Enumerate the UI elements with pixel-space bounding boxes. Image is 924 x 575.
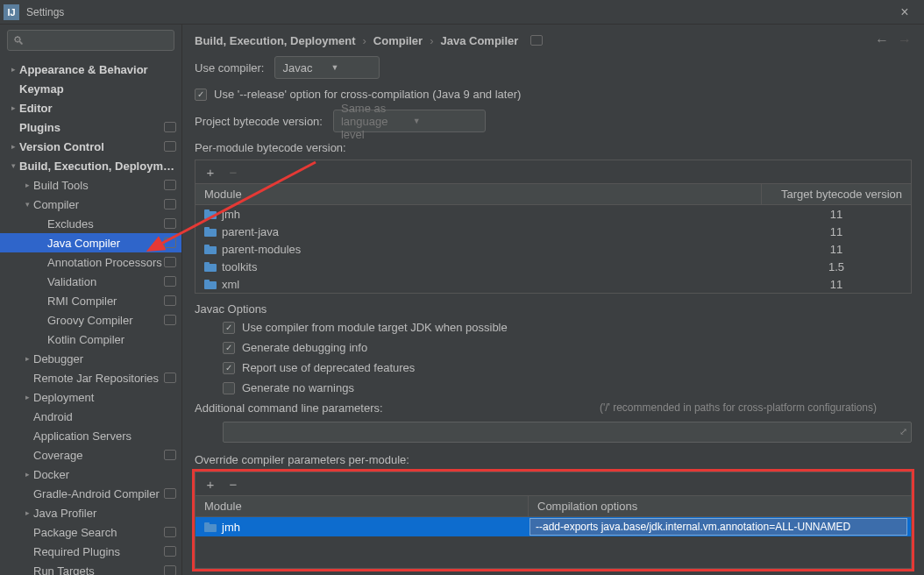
project-bytecode-select[interactable]: Same as language level ▼ bbox=[333, 110, 486, 132]
module-table: + − Module Target bytecode version jmh11… bbox=[195, 160, 912, 294]
target-version[interactable]: 11 bbox=[762, 243, 911, 256]
sidebar-item-rmi-compiler[interactable]: RMI Compiler bbox=[0, 291, 181, 310]
sidebar-item-label: Java Profiler bbox=[33, 507, 176, 520]
chevron-right-icon: ▸ bbox=[21, 181, 33, 189]
opt3-label: Report use of deprecated features bbox=[242, 361, 415, 374]
sidebar-item-deployment[interactable]: ▸Deployment bbox=[0, 387, 181, 407]
project-badge-icon bbox=[164, 546, 176, 557]
table-row[interactable]: jmh11 bbox=[195, 205, 911, 223]
use-compiler-label: Use compiler: bbox=[195, 61, 264, 75]
sidebar-item-java-compiler[interactable]: Java Compiler bbox=[0, 233, 181, 252]
sidebar-item-docker[interactable]: ▸Docker bbox=[0, 465, 181, 484]
sidebar-item-groovy-compiler[interactable]: Groovy Compiler bbox=[0, 310, 181, 330]
opt4-checkbox[interactable] bbox=[223, 382, 235, 394]
module-name: parent-modules bbox=[222, 243, 301, 256]
search-input[interactable]: 🔍︎ bbox=[7, 30, 174, 51]
target-version[interactable]: 11 bbox=[762, 225, 911, 238]
sidebar-item-required-plugins[interactable]: Required Plugins bbox=[0, 542, 181, 561]
sidebar-item-plugins[interactable]: Plugins bbox=[0, 117, 181, 137]
chevron-down-icon: ▾ bbox=[21, 200, 33, 209]
chevron-down-icon: ▼ bbox=[413, 117, 478, 125]
override-module-header: Module bbox=[195, 496, 529, 516]
opt2-label: Generate debugging info bbox=[242, 341, 367, 354]
sidebar-item-build-tools[interactable]: ▸Build Tools bbox=[0, 175, 181, 195]
sidebar-item-label: Keymap bbox=[19, 82, 176, 96]
project-badge-icon bbox=[164, 527, 176, 537]
settings-tree[interactable]: ▸Appearance & BehaviorKeymap▸EditorPlugi… bbox=[0, 56, 181, 575]
chevron-right-icon: ▸ bbox=[7, 103, 19, 112]
javac-heading: Javac Options bbox=[195, 302, 912, 316]
sidebar-item-gradle-android-compiler[interactable]: Gradle-Android Compiler bbox=[0, 484, 181, 503]
project-badge-icon bbox=[164, 180, 176, 190]
sidebar-item-label: Editor bbox=[19, 102, 176, 115]
sidebar-item-excludes[interactable]: Excludes bbox=[0, 214, 181, 233]
module-header: Module bbox=[195, 184, 762, 204]
remove-override-button[interactable]: − bbox=[225, 476, 241, 492]
module-name: xml bbox=[222, 278, 239, 291]
close-button[interactable]: × bbox=[889, 4, 920, 20]
sidebar-item-annotation-processors[interactable]: Annotation Processors bbox=[0, 252, 181, 272]
folder-icon bbox=[204, 227, 217, 237]
nav-back-button[interactable]: ← bbox=[875, 32, 889, 48]
sidebar-item-keymap[interactable]: Keymap bbox=[0, 79, 181, 98]
add-module-button[interactable]: + bbox=[203, 164, 218, 180]
sidebar-item-label: Android bbox=[33, 410, 176, 423]
opt2-checkbox[interactable] bbox=[223, 342, 235, 354]
nav-forward-button[interactable]: → bbox=[898, 32, 912, 48]
remove-module-button[interactable]: − bbox=[225, 164, 241, 180]
add-override-button[interactable]: + bbox=[203, 476, 218, 492]
override-opts-input[interactable] bbox=[530, 518, 907, 536]
sidebar-item-android[interactable]: Android bbox=[0, 407, 181, 426]
sidebar-item-label: Required Plugins bbox=[33, 545, 164, 558]
project-badge-icon bbox=[164, 199, 176, 209]
target-header: Target bytecode version bbox=[762, 184, 911, 204]
crumb-2[interactable]: Java Compiler bbox=[441, 34, 519, 47]
target-version[interactable]: 1.5 bbox=[762, 260, 911, 273]
search-field[interactable] bbox=[28, 34, 168, 46]
sidebar-item-label: Docker bbox=[33, 468, 176, 481]
sidebar-item-debugger[interactable]: ▸Debugger bbox=[0, 349, 181, 368]
crumb-1[interactable]: Compiler bbox=[373, 34, 423, 47]
override-row[interactable]: jmh bbox=[195, 517, 911, 536]
target-version[interactable]: 11 bbox=[762, 208, 911, 221]
table-row[interactable]: parent-modules11 bbox=[195, 240, 911, 258]
sidebar-item-build-execution-deployment[interactable]: ▾Build, Execution, Deployment bbox=[0, 156, 181, 175]
sidebar-item-label: Build, Execution, Deployment bbox=[19, 160, 176, 173]
opt3-checkbox[interactable] bbox=[223, 362, 235, 374]
table-row[interactable]: toolkits1.5 bbox=[195, 258, 911, 275]
expand-icon[interactable]: ⤢ bbox=[899, 426, 907, 437]
project-badge-icon bbox=[164, 218, 176, 229]
sidebar-item-coverage[interactable]: Coverage bbox=[0, 445, 181, 465]
crumb-0[interactable]: Build, Execution, Deployment bbox=[195, 34, 355, 47]
table-row[interactable]: xml11 bbox=[195, 275, 911, 293]
add-params-input[interactable]: ⤢ bbox=[223, 422, 912, 443]
sidebar-item-label: Package Search bbox=[33, 526, 164, 539]
folder-icon bbox=[204, 280, 217, 289]
project-badge-icon bbox=[164, 122, 176, 132]
sidebar-item-run-targets[interactable]: Run Targets bbox=[0, 561, 181, 575]
project-badge-icon bbox=[164, 276, 176, 287]
use-compiler-select[interactable]: Javac ▼ bbox=[274, 56, 380, 79]
sidebar-item-editor[interactable]: ▸Editor bbox=[0, 98, 181, 117]
content-panel: Build, Execution, Deployment › Compiler … bbox=[182, 25, 924, 575]
module-name: jmh bbox=[222, 208, 240, 221]
chevron-right-icon: ▸ bbox=[7, 142, 19, 151]
table-row[interactable]: parent-java11 bbox=[195, 223, 911, 240]
sidebar-item-appearance-behavior[interactable]: ▸Appearance & Behavior bbox=[0, 60, 181, 79]
sidebar-item-label: Appearance & Behavior bbox=[19, 63, 176, 76]
sidebar-item-validation[interactable]: Validation bbox=[0, 272, 181, 291]
sidebar-item-kotlin-compiler[interactable]: Kotlin Compiler bbox=[0, 330, 181, 349]
sidebar-item-label: Debugger bbox=[33, 352, 176, 366]
sidebar-item-remote-jar-repositories[interactable]: Remote Jar Repositories bbox=[0, 368, 181, 387]
breadcrumb: Build, Execution, Deployment › Compiler … bbox=[195, 34, 875, 47]
chevron-right-icon: › bbox=[430, 34, 433, 47]
target-version[interactable]: 11 bbox=[762, 278, 911, 291]
sidebar-item-java-profiler[interactable]: ▸Java Profiler bbox=[0, 503, 181, 522]
release-checkbox[interactable] bbox=[195, 89, 207, 101]
sidebar-item-compiler[interactable]: ▾Compiler bbox=[0, 195, 181, 214]
sidebar-item-package-search[interactable]: Package Search bbox=[0, 522, 181, 542]
sidebar-item-application-servers[interactable]: Application Servers bbox=[0, 426, 181, 445]
project-badge-icon bbox=[164, 373, 176, 383]
sidebar-item-version-control[interactable]: ▸Version Control bbox=[0, 137, 181, 156]
opt1-checkbox[interactable] bbox=[223, 322, 235, 334]
